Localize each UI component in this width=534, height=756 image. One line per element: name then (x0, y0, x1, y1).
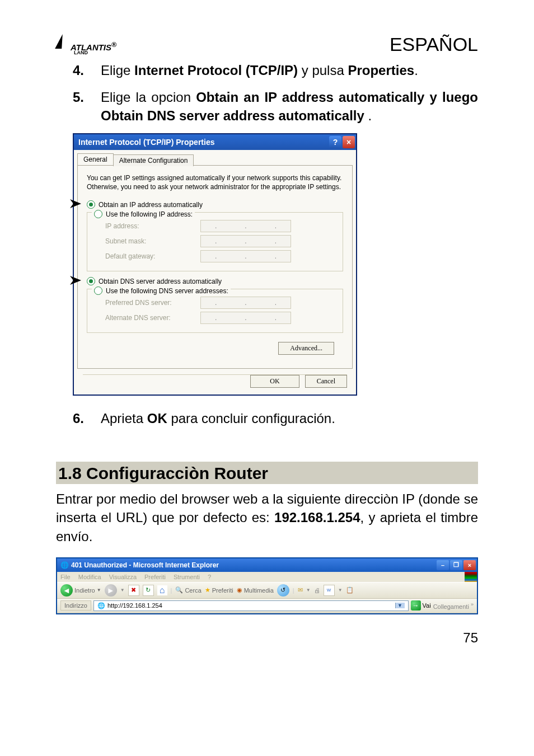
discuss-button[interactable]: 📋 (346, 586, 354, 594)
close-button[interactable]: × (343, 136, 355, 148)
alternate-dns-input[interactable]: ... (200, 312, 291, 324)
step-4: 4. Elige Internet Protocol (TCP/IP) y pu… (73, 61, 478, 80)
history-button[interactable]: ↺ (277, 584, 289, 597)
radio-icon (87, 200, 95, 209)
address-label: Indirizzo (60, 600, 91, 611)
home-button[interactable]: ⌂ (157, 585, 167, 595)
refresh-button[interactable]: ↻ (143, 585, 154, 596)
ip-address-label: IP address: (105, 222, 200, 230)
step-6: 6. Aprieta OK para concluir configuració… (73, 409, 478, 428)
edit-button[interactable]: W (324, 585, 335, 596)
favorites-button[interactable]: ★Preferiti (205, 586, 233, 594)
dialog-tabs: General Alternate Configuration (74, 150, 356, 165)
menu-edit[interactable]: Modifica (78, 574, 101, 580)
subnet-mask-label: Subnet mask: (105, 237, 200, 245)
ie-toolbar: ◄Indietro ▼ ►▼ ✖ ↻ ⌂ | 🔍Cerca ★Preferiti… (57, 582, 477, 599)
cancel-button[interactable]: Cancel (305, 375, 347, 388)
dialog-title: Internet Protocol (TCP/IP) Properties (78, 138, 214, 147)
close-button[interactable]: × (463, 560, 476, 570)
menu-file[interactable]: File (60, 574, 71, 580)
minimize-button[interactable]: – (437, 560, 449, 570)
ie-addressbar: Indirizzo 🌐 http://192.168.1.254 ▼ →Vai … (57, 599, 477, 613)
ie-title-text: 401 Unauthorized - Microsoft Internet Ex… (71, 561, 219, 569)
print-button[interactable]: 🖨 (314, 587, 320, 594)
default-gateway-input[interactable]: ... (200, 250, 291, 262)
address-dropdown-icon[interactable]: ▼ (395, 603, 405, 608)
dialog-intro-text: You can get IP settings assigned automat… (87, 173, 343, 191)
advanced-button[interactable]: Advanced... (278, 342, 334, 355)
pointer-arrow-icon (69, 275, 85, 288)
windows-logo-icon (465, 572, 477, 582)
media-button[interactable]: ◉Multimedia (237, 586, 274, 594)
pointer-arrow-icon (69, 198, 85, 211)
default-gateway-label: Default gateway: (105, 252, 200, 260)
menu-help[interactable]: ? (208, 574, 211, 580)
page-language: ESPAÑOL (390, 34, 478, 55)
tab-general[interactable]: General (77, 153, 114, 165)
back-button[interactable]: ◄Indietro ▼ (60, 584, 101, 597)
preferred-dns-input[interactable]: ... (200, 297, 291, 309)
ie-page-icon: 🌐 (60, 561, 69, 569)
tcpip-properties-dialog: Internet Protocol (TCP/IP) Properties ? … (73, 133, 357, 396)
brand-logo: ATLANTIS® LAND (56, 41, 116, 55)
tab-alternate-config[interactable]: Alternate Configuration (113, 154, 194, 166)
mail-button[interactable]: ✉ (298, 586, 303, 594)
address-input[interactable]: 🌐 http://192.168.1.254 ▼ (93, 600, 409, 611)
page-number: 75 (56, 630, 478, 646)
maximize-button[interactable]: ❐ (450, 560, 462, 570)
help-button[interactable]: ? (329, 136, 341, 148)
ok-button[interactable]: OK (250, 375, 299, 388)
page-icon: 🌐 (97, 602, 105, 609)
menu-view[interactable]: Visualizza (109, 574, 137, 580)
preferred-dns-label: Preferred DNS server: (105, 299, 200, 307)
radio-icon (94, 287, 102, 295)
ie-menubar: File Modifica Visualizza Preferiti Strum… (57, 572, 465, 581)
subnet-mask-input[interactable]: ... (200, 235, 291, 247)
radio-obtain-dns[interactable]: Obtain DNS server address automatically (87, 277, 343, 285)
step-5: 5. Elige la opcion Obtain an IP address … (73, 88, 478, 125)
go-button[interactable]: →Vai (411, 600, 431, 611)
dns-fieldset: Use the following DNS server addresses: … (87, 289, 343, 333)
menu-tools[interactable]: Strumenti (174, 574, 200, 580)
dialog-titlebar: Internet Protocol (TCP/IP) Properties ? … (74, 134, 356, 150)
radio-use-dns[interactable]: Use the following DNS server addresses: (92, 287, 231, 295)
alternate-dns-label: Alternate DNS server: (105, 314, 200, 322)
links-label[interactable]: Collegamenti » (433, 602, 474, 610)
ip-address-input[interactable]: ... (200, 220, 291, 232)
radio-icon (87, 277, 95, 285)
forward-button[interactable]: ► (105, 584, 117, 597)
search-button[interactable]: 🔍Cerca (175, 586, 201, 594)
menu-favorites[interactable]: Preferiti (144, 574, 166, 580)
radio-icon (94, 210, 102, 218)
stop-button[interactable]: ✖ (128, 585, 139, 596)
section-heading: 1.8 Configuracciòn Router (56, 462, 478, 484)
ie-window: 🌐 401 Unauthorized - Microsoft Internet … (56, 557, 478, 614)
ip-fieldset: Use the following IP address: IP address… (87, 212, 343, 271)
radio-obtain-ip[interactable]: Obtain an IP address automatically (87, 200, 343, 209)
radio-use-ip[interactable]: Use the following IP address: (92, 210, 195, 218)
section-paragraph: Entrar por medio del browser web a la si… (56, 490, 478, 546)
ie-titlebar: 🌐 401 Unauthorized - Microsoft Internet … (57, 558, 477, 572)
